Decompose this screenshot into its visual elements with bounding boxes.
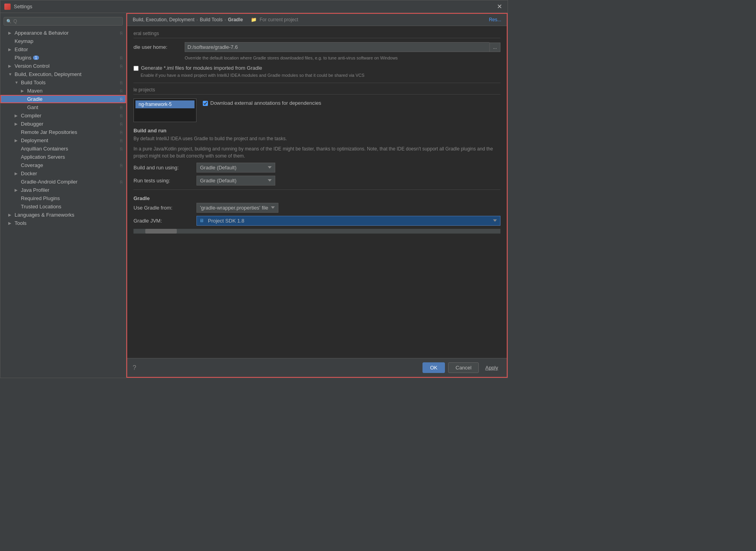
cancel-button[interactable]: Cancel: [448, 362, 479, 373]
browse-button[interactable]: ...: [489, 43, 500, 52]
sidebar-item-trusted-locations[interactable]: Trusted Locations: [0, 202, 126, 211]
breadcrumb-sep-2: ›: [224, 17, 226, 22]
copy-icon: ⎘: [120, 31, 123, 35]
use-gradle-from-label: Use Gradle from:: [133, 205, 196, 211]
sidebar-item-label: Coverage: [21, 162, 43, 168]
sidebar-item-label: Gradle: [27, 96, 43, 102]
sidebar-item-keymap[interactable]: Keymap: [0, 37, 126, 45]
gradle-user-home-input[interactable]: [185, 42, 489, 52]
sidebar-item-gradle-android[interactable]: Gradle-Android Compiler ⎘: [0, 178, 126, 186]
run-tests-using-label: Run tests using:: [133, 178, 196, 184]
generate-iml-checkbox[interactable]: [133, 66, 139, 71]
use-gradle-from-select[interactable]: 'gradle-wrapper.properties' file Specifi…: [196, 203, 278, 213]
sidebar-item-build-exec[interactable]: ▼ Build, Execution, Deployment: [0, 70, 126, 78]
sidebar-item-gradle[interactable]: Gradle ⎘: [0, 95, 126, 103]
sidebar-item-label: Plugins: [15, 55, 32, 61]
sidebar-item-label: Required Plugins: [21, 195, 60, 201]
gradle-jvm-label: Gradle JVM:: [133, 218, 196, 224]
run-tests-using-select[interactable]: Gradle (Default) IntelliJ IDEA: [196, 176, 275, 186]
sidebar-item-arquillian[interactable]: Arquillian Containers ⎘: [0, 145, 126, 153]
search-box[interactable]: 🔍: [4, 17, 123, 26]
project-column: ng-framework-5: [133, 98, 196, 122]
sidebar-item-tools[interactable]: ▶ Tools: [0, 219, 126, 227]
sidebar-item-label: Compiler: [21, 113, 41, 119]
build-run-using-select[interactable]: Gradle (Default) IntelliJ IDEA: [196, 163, 275, 173]
sidebar: 🔍 ▶ Appearance & Behavior ⎘ Keymap ▶ Edi…: [0, 13, 126, 378]
sidebar-item-build-tools[interactable]: ▼ Build Tools ⎘: [0, 78, 126, 87]
gradle-jvm-row: Gradle JVM: 🖥 Project SDK 1.8: [133, 216, 500, 226]
breadcrumb-sep-1: ›: [196, 17, 198, 22]
download-annotations-label: Download external annotations for depend…: [210, 100, 321, 106]
build-run-section-label: Build and run: [133, 128, 500, 134]
copy-icon: ⎘: [120, 163, 123, 168]
copy-icon: ⎘: [120, 89, 123, 93]
sidebar-item-label: Java Profiler: [21, 187, 49, 193]
project-list-item[interactable]: ng-framework-5: [135, 100, 195, 108]
close-button[interactable]: ✕: [495, 3, 504, 10]
expand-arrow-icon: ▶: [8, 47, 13, 52]
app-icon: [4, 4, 11, 10]
sidebar-item-appearance[interactable]: ▶ Appearance & Behavior ⎘: [0, 29, 126, 37]
expand-arrow-icon: ▶: [15, 122, 19, 126]
expand-arrow-icon: ▼: [8, 72, 13, 76]
dialog-title: Settings: [14, 4, 32, 9]
sidebar-item-maven[interactable]: ▶ Maven ⎘: [0, 87, 126, 95]
sidebar-item-compiler[interactable]: ▶ Compiler ⎘: [0, 111, 126, 120]
main-panel: Build, Execution, Deployment › Build Too…: [126, 13, 508, 378]
reset-link[interactable]: Res...: [489, 17, 501, 22]
use-gradle-from-row: Use Gradle from: 'gradle-wrapper.propert…: [133, 203, 500, 213]
help-icon[interactable]: ?: [133, 364, 136, 371]
panel-content: eral settings dle user home: ... Overrid…: [127, 26, 507, 358]
sidebar-item-remote-jar[interactable]: Remote Jar Repositories ⎘: [0, 128, 126, 136]
sidebar-item-plugins[interactable]: Plugins 1 ⎘: [0, 54, 126, 62]
copy-icon: ⎘: [120, 180, 123, 184]
generate-iml-hint: Enable if you have a mixed project with …: [141, 72, 500, 78]
copy-icon: ⎘: [120, 122, 123, 126]
sidebar-item-coverage[interactable]: Coverage ⎘: [0, 161, 126, 169]
ok-button[interactable]: OK: [422, 362, 445, 373]
gradle-jvm-select[interactable]: Project SDK 1.8: [206, 216, 500, 225]
settings-dialog: Settings ✕ 🔍 ▶ Appearance & Behavior ⎘ K…: [0, 0, 508, 378]
generate-iml-row: Generate *.iml files for modules importe…: [133, 65, 500, 71]
jvm-select-wrap: 🖥 Project SDK 1.8: [196, 216, 500, 226]
gradle-user-home-label: dle user home:: [133, 44, 185, 50]
sidebar-item-app-servers[interactable]: Application Servers: [0, 153, 126, 161]
sidebar-item-label: Deployment: [21, 137, 48, 143]
apply-button[interactable]: Apply: [482, 363, 501, 373]
sidebar-item-java-profiler[interactable]: ▶ Java Profiler: [0, 186, 126, 194]
expand-arrow-icon: ▶: [15, 113, 19, 118]
sidebar-item-label: Languages & Frameworks: [15, 212, 74, 218]
sidebar-item-label: Maven: [27, 88, 43, 94]
sidebar-item-version-control[interactable]: ▶ Version Control ⎘: [0, 62, 126, 70]
build-run-desc1: By default IntelliJ IDEA uses Gradle to …: [133, 135, 500, 142]
sidebar-item-docker[interactable]: ▶ Docker: [0, 169, 126, 178]
sidebar-item-deployment[interactable]: ▶ Deployment ⎘: [0, 136, 126, 145]
run-tests-using-row: Run tests using: Gradle (Default) Intell…: [133, 176, 500, 186]
horizontal-scrollbar[interactable]: [133, 229, 500, 234]
expand-arrow-icon: ▶: [15, 171, 19, 176]
plugins-badge: 1: [33, 56, 39, 60]
generate-iml-label: Generate *.iml files for modules importe…: [141, 65, 262, 71]
expand-arrow-icon: ▶: [8, 64, 13, 68]
build-run-using-label: Build and run using:: [133, 165, 196, 171]
content-area: 🔍 ▶ Appearance & Behavior ⎘ Keymap ▶ Edi…: [0, 13, 508, 378]
breadcrumb-project: 📁 For current project: [251, 17, 298, 22]
scrollbar-thumb[interactable]: [145, 229, 177, 234]
sidebar-item-languages[interactable]: ▶ Languages & Frameworks: [0, 211, 126, 219]
copy-icon: ⎘: [120, 56, 123, 60]
breadcrumb-item-2: Build Tools: [200, 17, 222, 22]
bottom-bar: ? OK Cancel Apply: [127, 358, 507, 377]
sidebar-item-required-plugins[interactable]: Required Plugins: [0, 194, 126, 202]
sidebar-item-label: Trusted Locations: [21, 204, 61, 210]
download-annotations-checkbox[interactable]: [203, 101, 208, 106]
sidebar-item-editor[interactable]: ▶ Editor: [0, 45, 126, 54]
search-input[interactable]: [13, 19, 120, 24]
breadcrumb-bar: Build, Execution, Deployment › Build Too…: [127, 14, 507, 26]
separator-2: [133, 189, 500, 190]
sidebar-item-debugger[interactable]: ▶ Debugger ⎘: [0, 120, 126, 128]
build-run-desc2: In a pure Java/Kotlin project, building …: [133, 145, 500, 160]
sidebar-item-label: Debugger: [21, 121, 43, 127]
sidebar-item-gant[interactable]: Gant ⎘: [0, 103, 126, 111]
search-icon: 🔍: [6, 19, 12, 24]
gradle-user-home-row: dle user home: ...: [133, 42, 500, 52]
